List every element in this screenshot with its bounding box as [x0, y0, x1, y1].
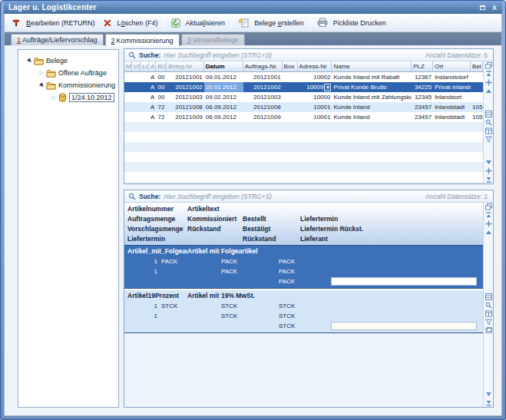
focused-cell[interactable]: 20.01.2012 [204, 82, 243, 92]
page-down-icon[interactable] [485, 167, 492, 174]
search-row-icon[interactable] [485, 302, 492, 309]
scroll-top-icon[interactable] [485, 71, 492, 78]
artikel-grid-searchbar: Suche: Hier Suchbegriff eingeben (STRG+S… [124, 190, 493, 203]
scroll-bottom-icon[interactable] [485, 399, 492, 406]
column-header[interactable]: Auftragsmenge [127, 214, 175, 224]
grid-view-icon[interactable] [485, 293, 492, 300]
collapse-icon[interactable]: ▶ [38, 82, 45, 88]
column-header[interactable]: Ort [433, 61, 471, 71]
delete-x-icon [103, 18, 112, 28]
scroll-bottom-icon[interactable] [485, 176, 492, 183]
expand-icon[interactable]: ▷ [38, 70, 45, 76]
column-header[interactable]: Bel [471, 61, 483, 71]
tree-item-belege[interactable]: ▶ Belege [18, 55, 118, 67]
page-up-icon[interactable] [485, 79, 492, 86]
edit-button[interactable]: Bearbeiten (RETURN) [8, 17, 99, 29]
table-row-selected[interactable]: A 00 20121002 20.01.2012 20121002 10009▼… [124, 82, 483, 92]
collapse-icon[interactable]: ▶ [26, 58, 33, 64]
empty-row [124, 172, 483, 182]
create-documents-button[interactable]: Belege erstellen [234, 16, 308, 29]
folder-icon [34, 57, 44, 65]
column-header[interactable]: LO [141, 61, 149, 71]
column-header[interactable]: Beleg-Nr [167, 61, 204, 71]
column-header[interactable]: BG [156, 61, 167, 71]
search-label: Suche: [139, 193, 160, 200]
search-icon [128, 51, 136, 59]
column-header-sorted[interactable]: Datum [204, 61, 243, 71]
table-row[interactable]: A 72 20121008 06.09.2012 20121008 10001 … [124, 102, 483, 112]
record-count: Anzahl Datensätze: 2 [425, 193, 488, 200]
toolbar-separator [231, 17, 232, 29]
tab-auftraege-liefervorschlag[interactable]: 1 Aufträge/Liefervorschlag [11, 34, 104, 45]
search-input[interactable]: Hier Suchbegriff eingeben (STRG+S) [164, 51, 422, 59]
column-header[interactable]: Artikelnummer [127, 204, 174, 214]
refresh-button[interactable]: Aktualisieren [167, 17, 230, 29]
column-header[interactable]: Rückstand [243, 234, 276, 244]
column-header[interactable]: Vorschlagsmenge [127, 224, 184, 234]
print-picklist-button[interactable]: Pickliste Drucken [313, 16, 390, 29]
lieferant-field[interactable] [331, 277, 477, 286]
page-up-icon[interactable] [485, 220, 492, 227]
filter-icon[interactable] [485, 136, 492, 143]
row-down-icon[interactable] [485, 391, 492, 398]
tab-kommissionierung[interactable]: 2 Kommissionierung [105, 34, 180, 46]
titlebar: Lager u. Logistikcenter X [4, 1, 502, 14]
dropdown-button[interactable]: ▼ [324, 84, 331, 91]
tree-item-kommissionierlauf[interactable]: ▷ 1/24.10.2012 [18, 91, 118, 104]
column-header[interactable]: M [124, 61, 132, 71]
tree-item-kommissionierung[interactable]: ▶ Kommissionierung [18, 79, 118, 91]
search-row-icon[interactable] [485, 119, 492, 126]
delete-button[interactable]: Löschen (F4) [99, 17, 162, 29]
artikel-grid-header: ArtikelnummerArtikeltext AuftragsmengeKo… [124, 203, 483, 246]
row-up-icon[interactable] [485, 88, 492, 94]
column-header[interactable]: Rückstand [187, 224, 220, 234]
table-row[interactable]: A 72 20121009 06.09.2012 20121009 10001 … [124, 112, 483, 122]
tree-item-offene-auftraege[interactable]: ▷ Offene Aufträge [18, 67, 118, 79]
customize-columns-icon[interactable] [485, 203, 492, 210]
lieferant-field[interactable] [331, 322, 477, 330]
column-header[interactable]: Bestätigt [243, 224, 270, 234]
barrel-icon [58, 93, 67, 102]
filter-icon[interactable] [485, 319, 492, 326]
column-header[interactable]: PLZ [412, 61, 433, 71]
column-header[interactable]: Box [283, 61, 298, 71]
search-input[interactable]: Hier Suchbegriff eingeben (STRG+S) [164, 193, 422, 200]
scroll-top-icon[interactable] [485, 212, 492, 219]
column-header[interactable]: Adress-Nr [298, 61, 332, 71]
column-header[interactable]: VS [132, 61, 141, 71]
beleg-grid-content: M VS LO A BG Beleg-Nr Datum Auftrags-Nr.… [124, 61, 483, 184]
close-button[interactable]: X [489, 3, 500, 12]
column-header[interactable]: Liefertermin [300, 214, 338, 224]
band-view-icon[interactable] [485, 127, 492, 134]
column-header[interactable]: Auftrags-Nr. [243, 61, 283, 71]
artikelnummer: Artikel_mit_Folgeartikel [127, 246, 187, 256]
grid-nav-strip [483, 61, 493, 184]
column-header[interactable]: Lieferant [300, 234, 328, 244]
artikel-grid: Suche: Hier Suchbegriff eingeben (STRG+S… [124, 190, 494, 408]
column-header[interactable]: Liefertermin [127, 234, 165, 244]
artikel-record-selected[interactable]: Artikel_mit_FolgeartikelArtikel mit Folg… [124, 246, 483, 289]
table-row[interactable]: A 00 20121003 09.02.2012 20121003 10000 … [124, 92, 483, 102]
empty-row [124, 182, 483, 184]
restore-button[interactable] [477, 3, 488, 12]
empty-row [124, 162, 483, 172]
artikel-record[interactable]: Artikel19ProzentArtikel mit 19% MwSt. 1S… [124, 290, 483, 333]
table-row[interactable]: A 00 20121001 09.01.2012 20121001 10002 … [124, 72, 483, 82]
window-title: Lager u. Logistikcenter [8, 3, 475, 12]
grid-view-icon[interactable] [485, 111, 492, 117]
column-header[interactable]: Artikeltext [187, 204, 220, 214]
row-up-icon[interactable] [485, 229, 492, 236]
tab-strip: 1 Aufträge/Liefervorschlag 2 Kommissioni… [5, 32, 501, 45]
column-header[interactable]: Liefertermin Rückst. [300, 224, 363, 234]
band-view-icon[interactable] [485, 310, 492, 317]
customize-columns-icon[interactable] [485, 62, 492, 69]
search-icon [128, 193, 136, 200]
expand-icon[interactable]: ▷ [51, 94, 58, 101]
column-header[interactable]: Name [332, 61, 412, 71]
card-view-icon[interactable] [485, 327, 492, 334]
row-down-icon[interactable] [485, 159, 492, 166]
column-header[interactable]: A [149, 61, 156, 71]
column-header[interactable]: Kommissioniert [187, 214, 236, 224]
artikelnummer: Artikel19Prozent [127, 291, 187, 301]
column-header[interactable]: Bestellt [243, 214, 266, 224]
